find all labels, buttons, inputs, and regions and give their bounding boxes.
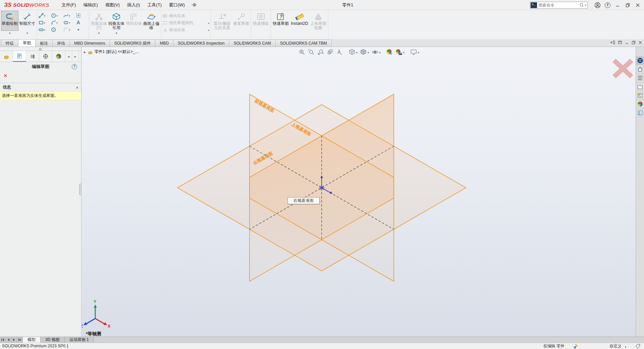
edit-appearance-icon[interactable] [385, 48, 394, 56]
tab-cam-tbm[interactable]: SOLIDWORKS CAM TBM [275, 40, 332, 47]
rectangle-tool-button[interactable] [38, 19, 51, 26]
ellipse-tool-button[interactable] [63, 19, 75, 26]
menu-tools[interactable]: 工具(T) [144, 0, 165, 10]
menu-edit[interactable]: 编辑(E) [79, 0, 101, 10]
doc-minimize-icon[interactable] [625, 41, 629, 45]
panel-tabs-scroll-left[interactable]: ◂ [65, 51, 72, 62]
tab-addins[interactable]: SOLIDWORKS 插件 [110, 40, 156, 47]
breadcrumb[interactable]: 零件1 (默认) <<默认>_... [84, 49, 139, 55]
tab-3d-views[interactable]: 3D 视图 [41, 337, 65, 343]
point-tool-button[interactable] [75, 26, 88, 33]
view-orientation-icon[interactable] [347, 48, 358, 56]
hide-show-caret-icon[interactable] [378, 50, 381, 55]
doc-window-icon[interactable] [618, 40, 622, 45]
tag-icon[interactable] [635, 343, 641, 349]
tab-cam[interactable]: SOLIDWORKS CAM [229, 40, 275, 47]
menu-window[interactable]: 窗口(W) [165, 0, 189, 10]
arc-tool-button[interactable] [51, 19, 63, 26]
task-file-explorer-button[interactable] [636, 82, 644, 91]
hide-show-icon[interactable] [371, 48, 381, 56]
menu-insert[interactable]: 插入(I) [123, 0, 144, 10]
ellipse-dropdown-icon[interactable] [69, 20, 70, 25]
convert-entities-button[interactable]: 转换实体引用 [108, 11, 125, 31]
tab-evaluate[interactable]: 评估 [52, 40, 70, 47]
tab-configuration-manager[interactable] [26, 51, 39, 62]
tree-expand-icon[interactable] [84, 50, 86, 54]
menu-file[interactable]: 文件(F) [58, 0, 80, 10]
tab-scroll-last-button[interactable] [17, 337, 23, 343]
view-settings-icon[interactable] [409, 48, 420, 56]
tab-scroll-first-button[interactable] [0, 337, 6, 343]
search-input[interactable] [538, 3, 579, 7]
sketch-dropdown-icon[interactable] [9, 31, 11, 36]
display-style-icon[interactable] [359, 48, 370, 56]
tab-sketch[interactable]: 草图 [18, 39, 36, 47]
previous-view-icon[interactable] [316, 48, 325, 56]
tab-annotations[interactable]: 标注 [35, 40, 53, 47]
tab-motion-study[interactable]: 运动算例 1 [65, 337, 94, 343]
task-view-palette-button[interactable] [636, 91, 644, 100]
pin-menu-icon[interactable] [191, 2, 196, 7]
task-custom-properties-button[interactable] [636, 109, 644, 117]
apply-scene-caret-icon[interactable] [402, 50, 405, 55]
tab-display-manager[interactable] [52, 51, 65, 62]
section-view-icon[interactable] [326, 48, 334, 56]
polygon-tool-button[interactable] [51, 26, 63, 33]
view-orientation-caret-icon[interactable] [355, 50, 358, 55]
cancel-sketch-button[interactable] [3, 73, 8, 79]
slot-tool-button[interactable] [38, 26, 51, 33]
annotation-visibility-icon[interactable] [335, 48, 343, 56]
close-button[interactable] [633, 0, 643, 10]
graphics-area[interactable]: 零件1 (默认) <<默认>_... [82, 47, 636, 337]
doc-close-icon[interactable] [638, 41, 642, 45]
tab-features[interactable]: 特征 [1, 40, 18, 47]
spline-dropdown-icon[interactable] [69, 13, 70, 18]
spline-tool-button[interactable] [63, 12, 75, 19]
line-dropdown-icon[interactable] [44, 13, 45, 18]
task-design-library-button[interactable] [636, 74, 644, 82]
tab-scroll-prev-button[interactable] [6, 337, 11, 343]
arc-dropdown-icon[interactable] [56, 20, 58, 25]
search-caret-icon[interactable] [584, 3, 586, 7]
rectangle-dropdown-icon[interactable] [44, 20, 45, 25]
tab-inspection[interactable]: SOLIDWORKS Inspection [173, 40, 229, 47]
instant2d-button[interactable]: Instant2D [289, 11, 310, 31]
tab-feature-tree[interactable] [0, 51, 13, 62]
task-home-button[interactable] [636, 65, 644, 74]
minimize-button[interactable] [612, 0, 623, 10]
offset-on-surface-button[interactable]: 曲面上偏移 [143, 11, 160, 31]
tab-mbd-dimensions[interactable]: MBD Dimensions [69, 40, 110, 47]
login-button[interactable] [592, 0, 602, 10]
collapse-section-icon[interactable] [76, 85, 78, 89]
tab-dimxpert-manager[interactable] [39, 51, 52, 62]
restore-button[interactable] [623, 0, 633, 10]
apply-scene-icon[interactable] [395, 48, 406, 56]
tab-property-manager[interactable] [13, 51, 26, 62]
customize-button[interactable]: 自定义 [609, 343, 626, 349]
sketch-button[interactable]: 草图绘制 [1, 11, 18, 31]
task-3dexperience-button[interactable] [636, 56, 644, 65]
circle-tool-button[interactable] [51, 12, 63, 19]
menu-view[interactable]: 视图(V) [102, 0, 123, 10]
panel-flyout-grip[interactable] [79, 184, 82, 195]
tab-model[interactable]: 模型 [23, 337, 41, 343]
tab-scroll-next-button[interactable] [11, 337, 17, 343]
view-settings-caret-icon[interactable] [417, 50, 419, 55]
smart-dimension-button[interactable]: 智能尺寸 [18, 11, 36, 31]
doc-dock-icon[interactable] [610, 40, 615, 45]
confirmation-corner-cancel-button[interactable] [616, 62, 630, 75]
text-tool-button[interactable] [75, 19, 88, 26]
tab-mbd[interactable]: MBD [155, 40, 173, 47]
panel-splitter-handle[interactable] [0, 47, 81, 51]
selection-tool-button[interactable] [75, 12, 88, 19]
task-appearances-button[interactable] [636, 100, 644, 109]
slot-dropdown-icon[interactable] [44, 27, 45, 32]
rapid-sketch-button[interactable]: 快速草图 [272, 11, 289, 31]
convert-dropdown-icon[interactable] [116, 31, 117, 36]
line-tool-button[interactable] [38, 12, 51, 19]
search-icon[interactable] [579, 3, 587, 7]
zoom-fit-icon[interactable] [298, 48, 306, 56]
smart-dimension-dropdown-icon[interactable] [26, 31, 28, 36]
panel-help-icon[interactable] [72, 64, 77, 69]
display-style-caret-icon[interactable] [367, 50, 369, 55]
